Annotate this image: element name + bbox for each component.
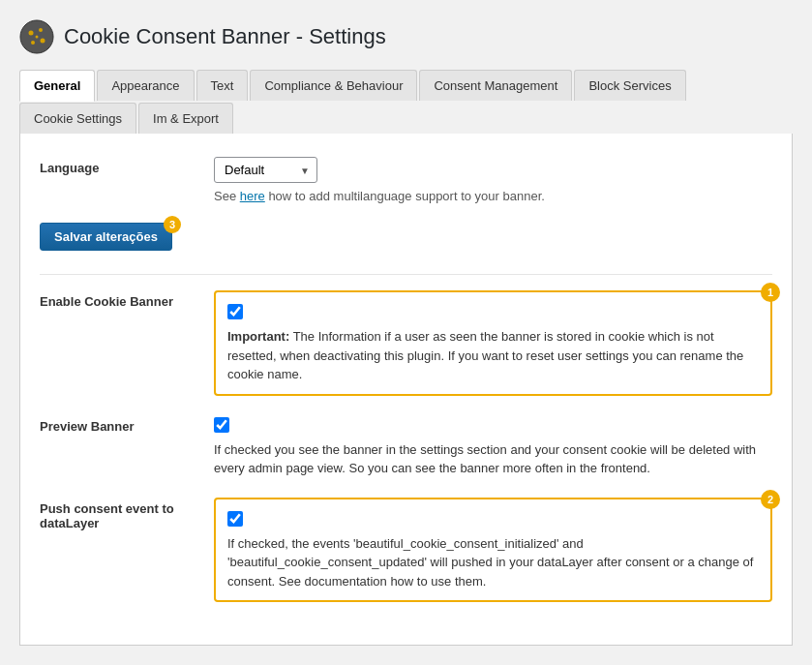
tabs-row-2: Cookie Settings Im & Export [19, 103, 793, 134]
cookie-consent-icon [19, 19, 54, 54]
tab-cookie-settings[interactable]: Cookie Settings [19, 103, 136, 134]
push-consent-label: Push consent event to dataLayer [40, 498, 195, 530]
language-select-wrapper: Default English Portuguese ▼ [214, 157, 317, 183]
enable-cookie-banner-box: 1 Important: The Information if a user a… [214, 290, 772, 396]
enable-cookie-banner-checkbox-row [227, 302, 759, 319]
tabs-container: General Appearance Text Compliance & Beh… [19, 70, 793, 134]
enable-cookie-banner-label: Enable Cookie Banner [40, 290, 195, 309]
save-badge: 3 [164, 216, 181, 233]
tab-compliance[interactable]: Compliance & Behaviour [250, 70, 417, 101]
svg-point-4 [31, 41, 35, 45]
push-consent-row: Push consent event to dataLayer 2 If che… [40, 498, 772, 603]
save-button-row: Salvar alterações 3 [40, 223, 772, 251]
language-control: Default English Portuguese ▼ See here ho… [214, 157, 772, 203]
svg-point-2 [39, 28, 43, 32]
push-consent-description: If checked, the events 'beautiful_cookie… [227, 534, 759, 591]
tab-im-export[interactable]: Im & Export [138, 103, 233, 134]
preview-banner-label: Preview Banner [40, 415, 195, 434]
language-label: Language [40, 157, 195, 175]
divider-1 [40, 274, 772, 275]
enable-cookie-banner-control: 1 Important: The Information if a user a… [214, 290, 772, 396]
content-area: Language Default English Portuguese ▼ Se… [19, 134, 793, 646]
enable-cookie-banner-checkbox[interactable] [227, 304, 243, 319]
tab-text[interactable]: Text [196, 70, 249, 101]
preview-banner-control: If checked you see the banner in the set… [214, 415, 772, 478]
svg-point-1 [29, 31, 34, 36]
multilanguage-link[interactable]: here [240, 189, 265, 203]
language-select[interactable]: Default English Portuguese [214, 157, 317, 183]
box-badge-2: 2 [761, 490, 780, 509]
push-consent-box: 2 If checked, the events 'beautiful_cook… [214, 498, 772, 603]
push-consent-control: 2 If checked, the events 'beautiful_cook… [214, 498, 772, 603]
tab-block-services[interactable]: Block Services [574, 70, 685, 101]
preview-banner-checkbox[interactable] [214, 417, 229, 433]
enable-cookie-banner-description: Important: The Information if a user as … [227, 327, 759, 384]
tab-appearance[interactable]: Appearance [97, 70, 194, 101]
save-button[interactable]: Salvar alterações 3 [40, 223, 172, 251]
page-wrapper: Cookie Consent Banner - Settings General… [19, 19, 793, 646]
language-help-text: See here how to add multilanguage suppor… [214, 189, 772, 203]
tabs-row-1: General Appearance Text Compliance & Beh… [19, 70, 793, 101]
plugin-title-section: Cookie Consent Banner - Settings [19, 19, 793, 54]
tab-general[interactable]: General [19, 70, 95, 102]
page-title: Cookie Consent Banner - Settings [64, 24, 386, 49]
enable-cookie-banner-row: Enable Cookie Banner 1 Important: The In… [40, 290, 772, 396]
svg-point-5 [36, 36, 39, 39]
box-badge-1: 1 [761, 283, 780, 302]
push-consent-checkbox[interactable] [227, 511, 243, 527]
preview-banner-description: If checked you see the banner in the set… [214, 440, 772, 478]
language-row: Language Default English Portuguese ▼ Se… [40, 157, 772, 203]
tab-consent-management[interactable]: Consent Management [419, 70, 572, 101]
svg-point-3 [41, 39, 45, 44]
preview-banner-row: Preview Banner If checked you see the ba… [40, 415, 772, 478]
preview-banner-checkbox-row [214, 415, 772, 433]
push-consent-checkbox-row [227, 509, 759, 527]
